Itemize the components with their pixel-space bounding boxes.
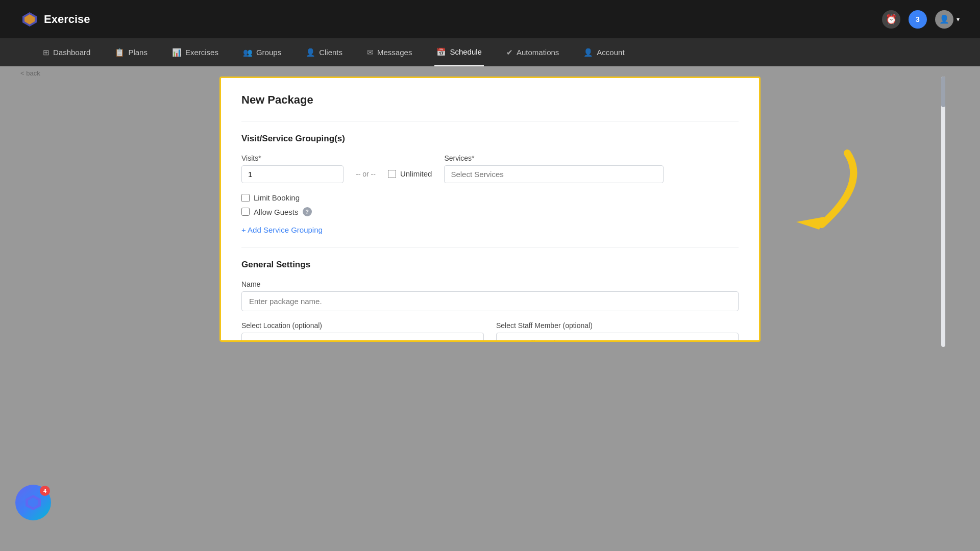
nav-label-plans: Plans bbox=[128, 48, 148, 57]
exercises-icon: 📊 bbox=[172, 48, 182, 57]
nav-label-groups: Groups bbox=[256, 48, 281, 57]
avatar: 👤 bbox=[935, 10, 953, 29]
nav-label-dashboard: Dashboard bbox=[53, 48, 90, 57]
services-input[interactable] bbox=[444, 165, 664, 183]
name-input[interactable] bbox=[241, 291, 739, 311]
logo-area: Exercise bbox=[20, 10, 90, 29]
visits-label: Visits* bbox=[241, 154, 344, 162]
or-separator: -- or -- bbox=[356, 170, 376, 178]
notification-bubble[interactable]: 4 bbox=[15, 485, 51, 520]
staff-label: Select Staff Member (optional) bbox=[496, 321, 739, 330]
schedule-icon: 📅 bbox=[436, 47, 446, 57]
notification-badge[interactable]: 3 bbox=[909, 10, 927, 29]
unlimited-wrap: Unlimited bbox=[388, 169, 432, 178]
nav-label-clients: Clients bbox=[319, 48, 342, 57]
logo-text: Exercise bbox=[44, 13, 90, 26]
nav-item-clients[interactable]: 👤 Clients bbox=[304, 38, 345, 66]
nav-item-automations[interactable]: ✔ Automations bbox=[504, 38, 561, 66]
section1-title: Visit/Service Grouping(s) bbox=[241, 134, 739, 144]
limit-booking-checkbox[interactable] bbox=[241, 194, 250, 202]
two-col-row: Select Location (optional) Any Location … bbox=[241, 321, 739, 342]
unlimited-label: Unlimited bbox=[400, 169, 432, 178]
svg-marker-2 bbox=[796, 217, 824, 230]
staff-select[interactable]: Any Staff Member bbox=[496, 333, 739, 342]
limit-booking-row: Limit Booking bbox=[241, 193, 739, 202]
name-field-group: Name bbox=[241, 280, 739, 311]
groups-icon: 👥 bbox=[243, 48, 253, 57]
form-container: New Package Visit/Service Grouping(s) Vi… bbox=[219, 77, 761, 342]
nav-item-exercises[interactable]: 📊 Exercises bbox=[170, 38, 220, 66]
name-label: Name bbox=[241, 280, 739, 288]
unlimited-checkbox[interactable] bbox=[388, 170, 396, 178]
nav-bar: ⊞ Dashboard 📋 Plans 📊 Exercises 👥 Groups… bbox=[0, 38, 980, 66]
visits-row: Visits* -- or -- Unlimited Services* bbox=[241, 154, 739, 183]
notif-circle: 4 bbox=[15, 485, 51, 520]
nav-label-account: Account bbox=[597, 48, 624, 57]
nav-item-messages[interactable]: ✉ Messages bbox=[365, 38, 414, 66]
add-service-grouping-link[interactable]: + Add Service Grouping bbox=[241, 226, 323, 234]
top-bar-right: ⏰ 3 👤 ▾ bbox=[882, 10, 960, 29]
breadcrumb[interactable]: < back bbox=[20, 69, 40, 77]
scrollbar[interactable] bbox=[941, 77, 949, 347]
visits-field-group: Visits* bbox=[241, 154, 344, 183]
nav-label-schedule: Schedule bbox=[450, 47, 482, 56]
location-field-group: Select Location (optional) Any Location bbox=[241, 321, 484, 342]
nav-item-plans[interactable]: 📋 Plans bbox=[113, 38, 150, 66]
scroll-track bbox=[941, 77, 945, 347]
location-label: Select Location (optional) bbox=[241, 321, 484, 330]
clock-icon[interactable]: ⏰ bbox=[882, 10, 900, 29]
nav-item-schedule[interactable]: 📅 Schedule bbox=[434, 38, 484, 66]
allow-guests-row: Allow Guests ? bbox=[241, 207, 739, 216]
nav-label-exercises: Exercises bbox=[185, 48, 218, 57]
visits-input[interactable] bbox=[241, 165, 344, 183]
limit-booking-label: Limit Booking bbox=[254, 193, 300, 202]
nav-item-dashboard[interactable]: ⊞ Dashboard bbox=[41, 38, 92, 66]
services-field-group: Services* bbox=[444, 154, 739, 183]
general-settings-title: General Settings bbox=[241, 260, 739, 270]
arrow-annotation bbox=[745, 143, 878, 245]
nav-label-messages: Messages bbox=[377, 48, 412, 57]
scroll-thumb[interactable] bbox=[941, 77, 945, 107]
messages-icon: ✉ bbox=[367, 48, 374, 57]
notification-count-badge: 4 bbox=[40, 486, 50, 496]
dashboard-icon: ⊞ bbox=[43, 48, 50, 57]
logo-icon bbox=[20, 10, 39, 29]
content-area: < back New Package Visit/Service Groupin… bbox=[0, 66, 980, 551]
avatar-wrap[interactable]: 👤 ▾ bbox=[935, 10, 960, 29]
service-grouping-section: Visit/Service Grouping(s) Visits* -- or … bbox=[241, 121, 739, 235]
allow-guests-label: Allow Guests bbox=[254, 208, 299, 216]
location-select[interactable]: Any Location bbox=[241, 333, 484, 342]
form-title: New Package bbox=[241, 93, 739, 107]
top-bar: Exercise ⏰ 3 👤 ▾ bbox=[0, 0, 980, 38]
nav-label-automations: Automations bbox=[517, 48, 559, 57]
plans-icon: 📋 bbox=[115, 48, 125, 57]
nav-item-account[interactable]: 👤 Account bbox=[581, 38, 626, 66]
services-label: Services* bbox=[444, 154, 739, 162]
automations-icon: ✔ bbox=[506, 48, 513, 57]
clients-icon: 👤 bbox=[306, 48, 315, 57]
nav-item-groups[interactable]: 👥 Groups bbox=[241, 38, 283, 66]
allow-guests-checkbox[interactable] bbox=[241, 208, 250, 216]
account-icon: 👤 bbox=[583, 48, 593, 57]
chevron-down-icon: ▾ bbox=[957, 16, 960, 23]
staff-field-group: Select Staff Member (optional) Any Staff… bbox=[496, 321, 739, 342]
info-icon[interactable]: ? bbox=[303, 207, 312, 216]
general-settings-section: General Settings Name Select Location (o… bbox=[241, 247, 739, 342]
